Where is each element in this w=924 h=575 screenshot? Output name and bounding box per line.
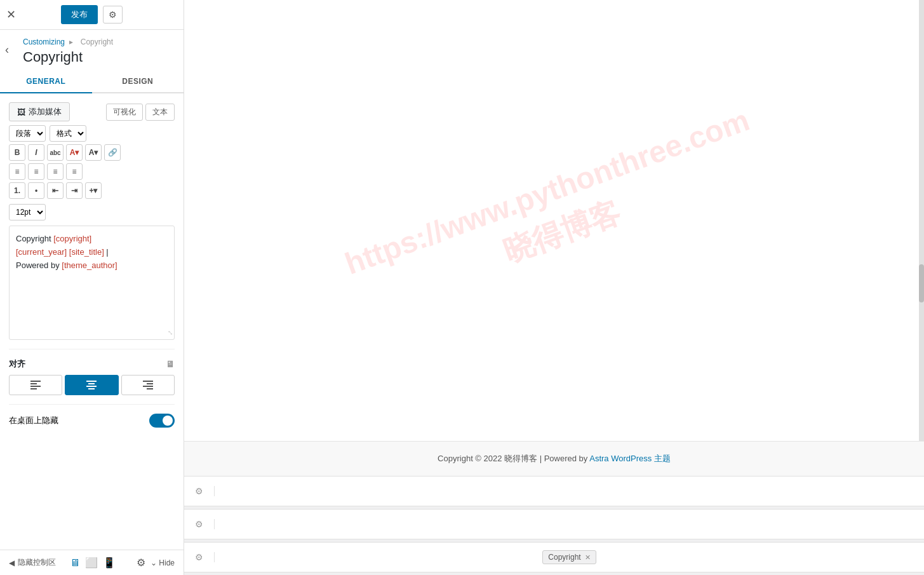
grid-row-3-icon[interactable]: ⚙ <box>184 552 215 562</box>
visual-button[interactable]: 可视化 <box>106 104 143 121</box>
hide-section: 在桌面上隐藏 <box>9 404 175 428</box>
footer-link[interactable]: Astra WordPress 主题 <box>589 454 671 463</box>
editor-content: Copyright [copyright] [current_year] [si… <box>16 233 168 272</box>
svg-rect-6 <box>86 386 97 387</box>
bg-color-button[interactable]: A▾ <box>85 144 102 161</box>
svg-rect-8 <box>143 381 153 382</box>
sidebar-content: 🖼 添加媒体 可视化 文本 段落 格式 B I <box>0 93 184 550</box>
desktop-device-btn[interactable]: 🖥 <box>70 557 80 569</box>
editor-resize-handle[interactable]: ⤡ <box>168 328 173 338</box>
more-btn[interactable]: +▾ <box>85 182 102 199</box>
publish-button[interactable]: 发布 <box>61 5 98 24</box>
hide-text-label: Hide <box>159 558 175 567</box>
svg-rect-7 <box>88 388 95 389</box>
watermark-line1: https://www.pythonthree.com <box>338 98 754 285</box>
hide-panel-icon: ◀ <box>9 558 15 567</box>
copyright-tag-widget[interactable]: Copyright ✕ <box>542 550 596 564</box>
grid-row-2-icon[interactable]: ⚙ <box>184 519 215 529</box>
hide-arrow-icon: ⌄ <box>151 558 157 567</box>
breadcrumb: Customizing ▸ Copyright <box>23 37 175 46</box>
grid-row-3: ⚙ Copyright ✕ <box>184 542 924 572</box>
format-select[interactable]: 格式 <box>50 125 86 142</box>
tab-general[interactable]: GENERAL <box>0 71 92 93</box>
svg-rect-4 <box>86 381 97 382</box>
theme-author-tag: [theme_author] <box>62 260 117 270</box>
link-button[interactable]: 🔗 <box>104 144 121 161</box>
svg-rect-11 <box>147 388 153 389</box>
align-center-option[interactable] <box>65 375 118 395</box>
device-icon: 🖥 <box>166 359 175 369</box>
scrollbar[interactable] <box>919 0 924 441</box>
align-right-option[interactable] <box>121 375 175 395</box>
svg-rect-9 <box>147 383 153 384</box>
align-left-btn[interactable]: ≡ <box>9 163 25 180</box>
grid-row-1-icon[interactable]: ⚙ <box>184 486 215 496</box>
tab-design[interactable]: DESIGN <box>92 71 184 93</box>
toolbar-row-2: 段落 格式 <box>9 125 175 142</box>
copyright-tag-label: Copyright <box>548 553 580 562</box>
settings-button[interactable]: ⚙ <box>103 6 123 24</box>
ordered-list-btn[interactable]: 1. <box>9 182 25 199</box>
toolbar-row-1: 🖼 添加媒体 可视化 文本 <box>9 102 175 121</box>
footer-preview: Copyright © 2022 晓得博客 | Powered by Astra… <box>184 441 924 476</box>
svg-rect-5 <box>88 383 95 384</box>
toolbar-row-3: B I abc A▾ A▾ 🔗 <box>9 144 175 161</box>
outdent-btn[interactable]: ⇤ <box>47 182 64 199</box>
add-media-button[interactable]: 🖼 添加媒体 <box>9 102 70 121</box>
unordered-list-btn[interactable]: • <box>28 182 44 199</box>
tablet-device-btn[interactable]: ⬜ <box>85 557 98 569</box>
watermark-line2: 晓得博客 <box>353 139 769 325</box>
editor-line-3: Powered by [theme_author] <box>16 259 168 273</box>
text-color-button[interactable]: A▾ <box>66 144 83 161</box>
preview-area: https://www.pythonthree.com 晓得博客 Copyrig… <box>184 0 924 575</box>
align-buttons <box>9 375 175 395</box>
toolbar-row-4: ≡ ≡ ≡ ≡ <box>9 163 175 180</box>
svg-rect-1 <box>30 383 37 384</box>
scrollbar-thumb[interactable] <box>919 264 924 302</box>
hide-label: 在桌面上隐藏 <box>9 415 58 426</box>
view-toggle: 可视化 文本 <box>106 104 175 121</box>
breadcrumb-parent[interactable]: Customizing <box>23 37 65 46</box>
sidebar-bottom: ◀ 隐藏控制区 🖥 ⬜ 📱 ⚙ ⌄ Hide <box>0 550 184 575</box>
hide-panel-button[interactable]: ◀ 隐藏控制区 <box>9 557 56 568</box>
gear-button[interactable]: ⚙ <box>137 557 145 569</box>
copyright-tag-close[interactable]: ✕ <box>585 553 591 562</box>
align-left-option[interactable] <box>9 375 62 395</box>
bottom-right: ⚙ ⌄ Hide <box>137 557 175 569</box>
back-button[interactable]: ‹ <box>0 41 14 59</box>
svg-rect-10 <box>143 386 153 387</box>
add-media-label: 添加媒体 <box>29 106 62 118</box>
align-section: 对齐 🖥 <box>9 349 175 395</box>
grid-row-1: ⚙ <box>184 476 924 506</box>
strikethrough-button[interactable]: abc <box>47 144 64 161</box>
sidebar: ✕ 发布 ⚙ ‹ Customizing ▸ Copyright Copyrig… <box>0 0 184 575</box>
align-right-btn[interactable]: ≡ <box>47 163 64 180</box>
bold-button[interactable]: B <box>9 144 25 161</box>
editor-line-1: Copyright [copyright] <box>16 233 168 246</box>
device-buttons: 🖥 ⬜ 📱 <box>70 557 116 569</box>
hide-toggle[interactable] <box>149 414 175 428</box>
italic-button[interactable]: I <box>28 144 44 161</box>
grid-row-2: ⚙ <box>184 509 924 539</box>
font-size-select[interactable]: 12pt <box>9 204 46 220</box>
breadcrumb-current: Copyright <box>81 37 113 46</box>
hide-text-button[interactable]: ⌄ Hide <box>151 558 175 567</box>
hide-panel-label: 隐藏控制区 <box>18 557 56 568</box>
font-size-row: 12pt <box>9 204 175 220</box>
align-justify-btn[interactable]: ≡ <box>66 163 83 180</box>
phone-device-btn[interactable]: 📱 <box>103 557 116 569</box>
indent-btn[interactable]: ⇥ <box>66 182 83 199</box>
align-label-text: 对齐 <box>9 358 25 370</box>
tabs: GENERAL DESIGN <box>0 71 184 93</box>
top-bar: ✕ 发布 ⚙ <box>0 0 184 30</box>
breadcrumb-separator: ▸ <box>69 37 73 46</box>
toolbar-row-5: 1. • ⇤ ⇥ +▾ <box>9 182 175 199</box>
align-label: 对齐 🖥 <box>9 358 175 370</box>
paragraph-select[interactable]: 段落 <box>9 125 46 142</box>
text-button[interactable]: 文本 <box>145 104 175 121</box>
add-media-icon: 🖼 <box>17 107 25 117</box>
editor-area[interactable]: Copyright [copyright] [current_year] [si… <box>9 226 175 340</box>
close-button[interactable]: ✕ <box>6 9 16 20</box>
align-center-btn[interactable]: ≡ <box>28 163 44 180</box>
current-year-tag: [current_year] <box>16 247 67 257</box>
